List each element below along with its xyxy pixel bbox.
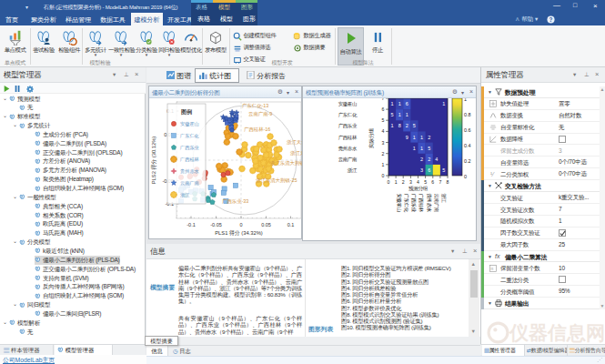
- svg-text:广西乐业: 广西乐业: [338, 123, 358, 129]
- svg-text:广东仁化: 广东仁化: [179, 133, 199, 139]
- svg-text:1: 1: [464, 98, 467, 102]
- svg-text:0.2: 0.2: [464, 158, 471, 164]
- svg-text:云南广南: 云南广南: [338, 157, 358, 162]
- svg-text:浙江天台-8: 浙江天台-8: [290, 150, 303, 156]
- svg-text:PLS1 得分 (34.32%): PLS1 得分 (34.32%): [215, 229, 263, 237]
- svg-text:6: 6: [406, 101, 408, 106]
- svg-text:预测分组: 预测分组: [408, 186, 429, 192]
- svg-text:0.05: 0.05: [261, 222, 271, 228]
- svg-text:2: 2: [428, 135, 430, 140]
- svg-text:广东仁化: 广东仁化: [403, 194, 409, 213]
- svg-text:浙江: 浙江: [180, 192, 189, 198]
- svg-text:7: 7: [439, 179, 441, 185]
- svg-text:9: 9: [406, 135, 408, 140]
- svg-text:?: ?: [550, 15, 553, 22]
- svg-text:1: 1: [391, 123, 394, 128]
- svg-text:云南广南: 云南广南: [180, 180, 199, 186]
- svg-text:贵州赤水: 贵州赤水: [338, 146, 358, 152]
- svg-text:5: 5: [382, 117, 385, 123]
- svg-text:3: 3: [409, 179, 412, 185]
- svg-text:广西乐业: 广西乐业: [179, 145, 200, 150]
- svg-text:2: 2: [428, 157, 430, 162]
- svg-text:5: 5: [413, 123, 416, 128]
- svg-text:0.8: 0.8: [464, 112, 471, 117]
- svg-text:6: 6: [431, 179, 434, 185]
- svg-text:0.1: 0.1: [287, 222, 295, 228]
- svg-text:2: 2: [420, 157, 423, 162]
- svg-text:⅟: ⅟: [490, 171, 495, 177]
- svg-text:实际分组: 实际分组: [368, 127, 375, 148]
- svg-text:1: 1: [382, 162, 385, 167]
- svg-text:5: 5: [428, 146, 430, 151]
- svg-text:浙江: 浙江: [441, 194, 447, 204]
- svg-text:2: 2: [382, 151, 385, 157]
- svg-text:0.4: 0.4: [464, 143, 471, 148]
- svg-text:浙江乐清大荆镇-7: 浙江乐清大荆镇-7: [270, 160, 303, 166]
- svg-text:1: 1: [442, 101, 445, 106]
- svg-text:2: 2: [406, 123, 408, 128]
- svg-text:浙江乐清大荆镇-25: 浙江乐清大荆镇-25: [256, 177, 297, 183]
- svg-text:-0.1: -0.1: [187, 222, 195, 228]
- svg-text:广西桂林: 广西桂林: [418, 194, 424, 213]
- svg-text:8: 8: [398, 123, 401, 128]
- svg-text:4: 4: [417, 179, 419, 185]
- svg-text:广西桂林-16: 广西桂林-16: [244, 126, 270, 133]
- svg-text:4: 4: [382, 128, 385, 134]
- svg-text:n: n: [491, 267, 494, 271]
- svg-text:3: 3: [420, 167, 423, 173]
- svg-text:2: 2: [402, 179, 405, 185]
- svg-text:安徽霍山: 安徽霍山: [396, 194, 402, 212]
- svg-text:1: 1: [398, 101, 401, 106]
- svg-text:1: 1: [406, 112, 408, 117]
- svg-text:1: 1: [398, 112, 401, 117]
- svg-text:贵州赤水: 贵州赤水: [180, 168, 199, 175]
- svg-text:安徽霍山: 安徽霍山: [338, 101, 357, 107]
- svg-text:1: 1: [420, 146, 423, 151]
- svg-text:0: 0: [382, 173, 385, 178]
- svg-text:8: 8: [447, 179, 449, 185]
- svg-text:1: 1: [391, 101, 394, 106]
- svg-text:浙江天台-6: 浙江天台-6: [287, 139, 303, 145]
- svg-text:-0.05: -0.05: [210, 222, 222, 228]
- svg-text:0: 0: [464, 174, 467, 179]
- svg-text:贵州赤水: 贵州赤水: [426, 194, 432, 213]
- svg-text:1: 1: [413, 135, 416, 140]
- svg-text:4: 4: [435, 157, 438, 162]
- svg-text:云南广南-9: 云南广南-9: [248, 111, 272, 116]
- svg-text:7: 7: [382, 98, 385, 101]
- svg-text:1: 1: [413, 146, 416, 151]
- svg-text:1: 1: [420, 135, 423, 140]
- svg-text:图例: 图例: [181, 108, 192, 116]
- svg-text:浙江: 浙江: [348, 167, 358, 173]
- svg-text:5: 5: [424, 179, 427, 185]
- svg-text:6: 6: [428, 167, 430, 173]
- svg-text:6: 6: [382, 106, 385, 112]
- svg-text:0: 0: [239, 222, 242, 228]
- svg-text:广东仁化-13: 广东仁化-13: [242, 103, 268, 109]
- svg-text:5: 5: [391, 112, 394, 117]
- svg-text:广西乐业-33: 广西乐业-33: [222, 198, 248, 205]
- svg-text:广西乐业: 广西乐业: [410, 194, 417, 213]
- svg-text:广西桂林: 广西桂林: [338, 135, 358, 141]
- svg-text:1: 1: [395, 179, 398, 185]
- svg-text:云南广南: 云南广南: [434, 194, 439, 213]
- svg-text:0.6: 0.6: [464, 127, 471, 133]
- svg-text:广西桂林: 广西桂林: [179, 157, 200, 162]
- svg-text:广东仁化: 广东仁化: [338, 112, 358, 118]
- svg-text:0: 0: [388, 179, 390, 185]
- svg-text:3: 3: [382, 140, 385, 146]
- svg-text:安徽霍山: 安徽霍山: [180, 121, 199, 127]
- svg-text:PLS2 得分 (30.12%): PLS2 得分 (30.12%): [150, 136, 157, 185]
- svg-text:5: 5: [442, 167, 445, 173]
